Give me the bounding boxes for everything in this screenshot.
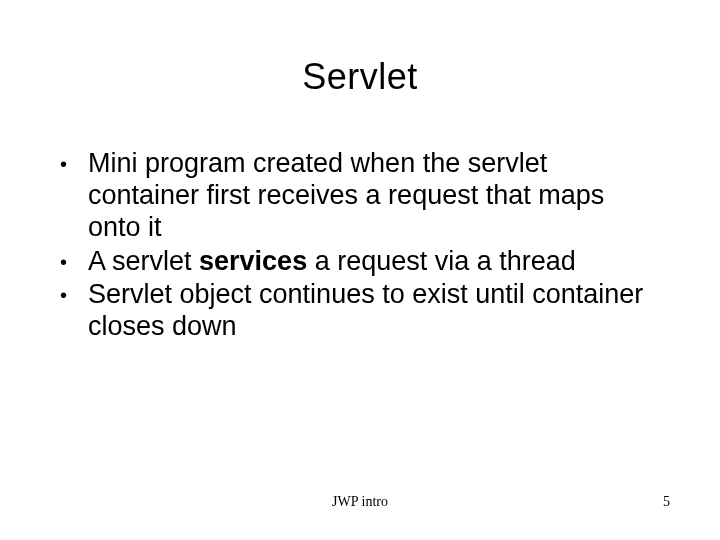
footer-text: JWP intro (0, 494, 720, 510)
slide-body: Mini program created when the servlet co… (60, 148, 660, 345)
bullet-text: Mini program created when the servlet co… (88, 148, 604, 242)
page-number: 5 (663, 494, 670, 510)
bullet-text: A servlet (88, 246, 199, 276)
bullet-list: Mini program created when the servlet co… (60, 148, 660, 343)
bullet-text-post: a request via a thread (307, 246, 576, 276)
list-item: Servlet object continues to exist until … (60, 279, 660, 343)
bullet-bold: services (199, 246, 307, 276)
list-item: A servlet services a request via a threa… (60, 246, 660, 278)
slide: Servlet Mini program created when the se… (0, 0, 720, 540)
list-item: Mini program created when the servlet co… (60, 148, 660, 244)
bullet-text: Servlet object continues to exist until … (88, 279, 643, 341)
slide-title: Servlet (0, 56, 720, 98)
